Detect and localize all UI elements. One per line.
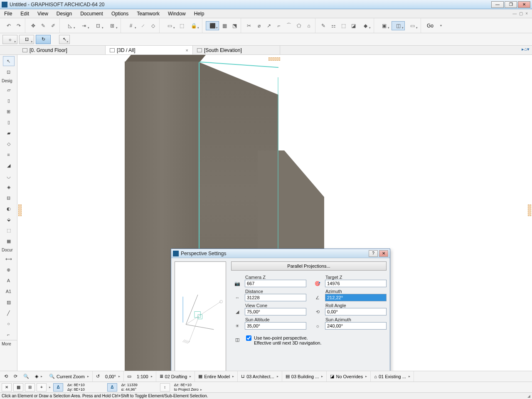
fillet-button[interactable]: ⌒ — [284, 21, 293, 30]
morph-tool[interactable]: ◐ — [3, 204, 15, 214]
sun-altitude-input[interactable] — [245, 322, 306, 330]
solid-ops-button[interactable]: ◪ — [349, 21, 358, 30]
polar-button[interactable]: Δ — [107, 383, 117, 392]
pick-button[interactable]: ✥ — [29, 21, 38, 30]
trace-dropdown[interactable]: ▭ — [163, 21, 176, 30]
3d-style-dropdown[interactable]: ⬛ — [206, 21, 219, 30]
renovation-dropdown[interactable]: ⊔ 03 Architect...▸ — [239, 371, 282, 382]
window-icon[interactable]: ▢ — [519, 11, 523, 16]
parallel-projections-button[interactable]: Parallel Projections... — [231, 261, 387, 271]
snap-points-dropdown[interactable]: ⊡ — [91, 21, 105, 30]
slab-tool[interactable]: ◇ — [3, 139, 15, 149]
menu-view[interactable]: View — [33, 10, 52, 17]
arrow-tool[interactable]: ↖ — [3, 56, 15, 66]
curtainwall-tool[interactable]: ⊟ — [3, 193, 15, 203]
view-cone-input[interactable] — [245, 308, 306, 315]
orientation-dropdown[interactable]: ↺ 0,00°▸ — [94, 371, 124, 382]
tab-south-elevation[interactable]: [South Elevation] — [193, 46, 280, 54]
tab-3d-all[interactable]: [3D / All] × — [106, 46, 193, 54]
arrow-mode-button[interactable]: ↖ — [59, 35, 70, 44]
edit-sel-button[interactable]: ✎ — [319, 21, 328, 30]
menu-window[interactable]: Window — [164, 10, 190, 17]
fit-button[interactable]: ◈▸ — [32, 371, 46, 382]
column-tool[interactable]: ▯ — [3, 117, 15, 127]
grid-snap-dropdown[interactable]: ⊞ — [106, 21, 119, 30]
wall-tool[interactable]: ▱ — [3, 85, 15, 95]
zone-tool[interactable]: ⬚ — [3, 225, 15, 235]
split-button[interactable]: ⌀ — [254, 21, 264, 30]
offset-button[interactable]: ⌂ — [304, 21, 313, 30]
guide-lines-dropdown[interactable]: ◺ — [63, 21, 76, 30]
elevation-button[interactable]: ↕ — [160, 383, 170, 392]
lock-dropdown[interactable]: 🔒 — [187, 21, 200, 30]
align-button[interactable]: ⚏ — [329, 21, 338, 30]
measure-button[interactable]: ◇ — [148, 21, 158, 30]
x-icon[interactable]: × — [525, 11, 528, 16]
azimuth-input[interactable] — [325, 294, 387, 301]
3d-section-button[interactable]: ⬔ — [230, 21, 239, 30]
menu-document[interactable]: Document — [76, 10, 107, 17]
inject-button[interactable]: ✐ — [49, 21, 58, 30]
camera-z-input[interactable] — [245, 280, 306, 287]
plus-button[interactable]: + — [37, 383, 47, 392]
dialog-titlebar[interactable]: Perspective Settings ? ✕ — [171, 249, 390, 258]
delta-button[interactable]: Δ — [53, 383, 63, 392]
model-view-dropdown[interactable]: ▦ Entire Model▸ — [196, 371, 238, 382]
roof-tool[interactable]: ◢ — [3, 160, 15, 170]
menu-edit[interactable]: Edit — [16, 10, 33, 17]
maximize-button[interactable]: ❐ — [505, 1, 517, 8]
snap-guides-dropdown[interactable]: ⇥ — [77, 21, 91, 30]
suspend-button[interactable]: ⬚ — [177, 21, 186, 30]
grid-button[interactable]: ⊞ — [25, 383, 35, 392]
redo-button[interactable]: ↷ — [14, 21, 23, 30]
dimension-tool[interactable]: ⟷ — [3, 254, 15, 264]
polyline-tool[interactable]: ⌐ — [3, 330, 15, 340]
ruler-button[interactable]: ⟋ — [138, 21, 148, 30]
orbit-button[interactable]: ↻ — [36, 35, 51, 44]
explore-button[interactable]: ⟐ — [2, 35, 17, 44]
menu-file[interactable]: File — [0, 10, 16, 17]
walk-button[interactable]: ⊡ — [19, 35, 34, 44]
mesh-tool[interactable]: ▦ — [3, 236, 15, 246]
view-map-dropdown[interactable]: ▣ — [377, 21, 391, 30]
two-point-checkbox[interactable] — [246, 335, 251, 341]
scale-dropdown[interactable]: ▭ 1:100▸ — [125, 371, 156, 382]
tab-ground-floor[interactable]: [0. Ground Floor] — [18, 46, 106, 54]
left-panel-handle[interactable] — [18, 204, 22, 216]
navigator-popup-button[interactable]: ▸⌂▾ — [522, 47, 530, 52]
favorites-dropdown[interactable]: ◆ — [359, 21, 372, 30]
minimize-button[interactable]: — — [491, 1, 504, 8]
dialog-close-button[interactable]: ✕ — [379, 250, 388, 257]
dash-icon[interactable]: — — [512, 11, 517, 16]
undo-button[interactable]: ↶ — [4, 21, 13, 30]
menu-options[interactable]: Options — [107, 10, 133, 17]
3d-window-dropdown[interactable]: ◫ — [392, 21, 405, 30]
go-label[interactable]: Go — [424, 23, 439, 29]
layer-combo-dropdown[interactable]: ≣ 02 Drafting▸ — [157, 371, 195, 382]
intersect-button[interactable]: ⌐ — [274, 21, 283, 30]
distribute-button[interactable]: ⬚ — [339, 21, 348, 30]
current-zoom-dropdown[interactable]: 🔍 Current Zoom▸ — [47, 371, 93, 382]
level-tool[interactable]: ⊕ — [3, 265, 15, 275]
sun-azimuth-input[interactable] — [325, 322, 387, 330]
toolbox-more[interactable]: More — [0, 340, 17, 347]
override-dropdown[interactable]: ◪ No Overrides▸ — [328, 371, 371, 382]
stair-tool[interactable]: ≡ — [3, 150, 15, 160]
dialog-help-button[interactable]: ? — [369, 250, 378, 257]
object-tool[interactable]: ⬙ — [3, 214, 15, 224]
distance-input[interactable] — [245, 294, 306, 301]
3d-view-canvas[interactable]: Perspective Settings ? ✕ — [17, 55, 532, 371]
eyedropper-button[interactable]: ✎ — [39, 21, 48, 30]
trim-button[interactable]: ✂ — [244, 21, 254, 30]
window-tool[interactable]: ⊞ — [3, 106, 15, 116]
right-panel-handle[interactable] — [528, 204, 531, 216]
menu-help[interactable]: Help — [190, 10, 209, 17]
marquee-tool[interactable]: ⊡ — [3, 67, 15, 77]
zoom-button[interactable]: 🔍 — [21, 371, 32, 382]
target-z-input[interactable] — [325, 280, 387, 287]
3d-cutaway-button[interactable]: ▦ — [220, 21, 229, 30]
menu-design[interactable]: Design — [52, 10, 76, 17]
floor-plan-dropdown[interactable]: ▭ — [406, 21, 419, 30]
label-tool[interactable]: A1 — [3, 286, 15, 296]
fill-tool[interactable]: ▨ — [3, 297, 15, 307]
